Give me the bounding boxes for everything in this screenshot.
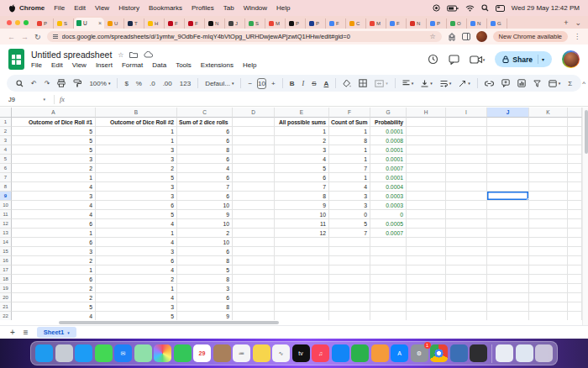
cell-E6[interactable]: 5 — [275, 164, 329, 173]
cell-B3[interactable]: 1 — [96, 136, 177, 145]
insert-chart-button[interactable] — [515, 76, 528, 90]
cell-F7[interactable]: 1 — [329, 173, 370, 182]
row-header-17[interactable]: 17 — [0, 265, 12, 275]
row-header-6[interactable]: 6 — [0, 164, 12, 173]
cell-B12[interactable]: 4 — [96, 219, 177, 229]
dock-icon-chrome[interactable] — [430, 344, 448, 362]
wifi-icon[interactable] — [465, 5, 475, 12]
cell-D17[interactable] — [233, 265, 275, 275]
cell-E7[interactable]: 6 — [275, 173, 329, 182]
bold-button[interactable]: B — [287, 76, 297, 90]
column-header-K[interactable]: K — [529, 108, 568, 118]
cell-filler13[interactable] — [568, 229, 582, 238]
cell-F4[interactable]: 1 — [329, 145, 370, 155]
cell-D1[interactable] — [233, 118, 275, 127]
cell-F9[interactable]: 3 — [329, 192, 370, 201]
vertical-align-button[interactable]: ▾ — [418, 76, 435, 90]
cell-K6[interactable] — [529, 164, 568, 173]
cell-I22[interactable] — [446, 312, 487, 320]
cell-A22[interactable]: 4 — [12, 312, 96, 320]
browser-tab[interactable]: T — [124, 18, 144, 29]
cell-C8[interactable]: 7 — [177, 182, 233, 192]
cell-H21[interactable] — [407, 302, 446, 312]
cell-D18[interactable] — [233, 275, 275, 284]
menu-item-chrome[interactable]: Chrome — [19, 4, 45, 12]
row-header-3[interactable]: 3 — [0, 136, 12, 145]
column-header-H[interactable]: H — [407, 108, 446, 118]
comments-icon[interactable] — [449, 55, 459, 65]
cell-filler3[interactable] — [568, 136, 582, 145]
dock-icon-minimized-window[interactable] — [516, 344, 533, 362]
cell-H7[interactable] — [407, 173, 446, 182]
cell-E2[interactable]: 1 — [275, 127, 329, 136]
cell-H11[interactable] — [407, 210, 446, 219]
cell-G17[interactable] — [370, 265, 407, 275]
fill-color-button[interactable] — [340, 76, 354, 90]
cell-K15[interactable] — [529, 247, 568, 256]
cell-C19[interactable]: 3 — [177, 284, 233, 293]
cell-K22[interactable] — [529, 312, 568, 320]
dock-icon-music[interactable]: ♫ — [312, 344, 329, 362]
close-tab-icon[interactable]: × — [98, 20, 102, 26]
cell-H15[interactable] — [407, 247, 446, 256]
cell-I12[interactable] — [446, 219, 487, 229]
cell-C4[interactable]: 8 — [177, 145, 233, 155]
cell-F19[interactable] — [329, 284, 370, 293]
dock-icon-documents-stack[interactable] — [496, 344, 513, 362]
close-window-button[interactable] — [7, 20, 12, 25]
name-box[interactable]: J9 ▾ — [5, 96, 49, 103]
dock-icon-finder[interactable] — [35, 344, 53, 362]
row-header-18[interactable]: 18 — [0, 275, 12, 284]
menu-item-history[interactable]: History — [118, 4, 139, 12]
increase-font-size-button[interactable]: + — [269, 76, 278, 90]
cell-E3[interactable]: 2 — [275, 136, 329, 145]
cell-G5[interactable]: 0.0001 — [370, 155, 407, 164]
cell-F10[interactable]: 3 — [329, 201, 370, 210]
cell-G14[interactable] — [370, 238, 407, 247]
cell-G9[interactable]: 0.0003 — [370, 192, 407, 201]
cell-B16[interactable]: 6 — [96, 256, 177, 265]
cell-G1[interactable]: Probability — [370, 118, 407, 127]
cell-filler10[interactable] — [568, 201, 582, 210]
italic-button[interactable]: I — [299, 76, 307, 90]
cell-D14[interactable] — [233, 238, 275, 247]
cell-A2[interactable]: 5 — [12, 127, 96, 136]
cell-B7[interactable]: 5 — [96, 173, 177, 182]
dock-icon-system-settings[interactable]: ⚙1 — [411, 344, 428, 362]
cell-F22[interactable] — [329, 312, 370, 320]
menu-item-edit[interactable]: Edit — [74, 4, 86, 12]
column-header-J[interactable]: J — [487, 108, 529, 118]
browser-tab[interactable]: P — [286, 18, 306, 29]
account-avatar[interactable] — [562, 50, 580, 68]
cell-E17[interactable] — [275, 265, 329, 275]
browser-tab[interactable]: M — [265, 18, 286, 29]
cell-F6[interactable]: 7 — [329, 164, 370, 173]
dock-icon-fitness[interactable]: ∿ — [272, 344, 290, 362]
browser-tab[interactable]: N — [467, 18, 487, 29]
cell-filler21[interactable] — [568, 302, 582, 312]
cell-C18[interactable]: 8 — [177, 275, 233, 284]
cell-J1[interactable] — [487, 118, 529, 127]
cell-filler6[interactable] — [568, 164, 582, 173]
row-header-16[interactable]: 16 — [0, 256, 12, 265]
column-header-B[interactable]: B — [96, 108, 177, 118]
cell-E1[interactable]: All possible sums — [275, 118, 329, 127]
row-header-13[interactable]: 13 — [0, 229, 12, 238]
browser-tab[interactable]: P — [306, 18, 326, 29]
browser-menu-icon[interactable]: ⋮ — [574, 33, 580, 40]
cell-filler19[interactable] — [568, 284, 582, 293]
cell-I9[interactable] — [446, 192, 487, 201]
cell-A19[interactable]: 2 — [12, 284, 96, 293]
cell-filler16[interactable] — [568, 256, 582, 265]
cell-H18[interactable] — [407, 275, 446, 284]
browser-tab[interactable]: M — [366, 18, 386, 29]
cell-G19[interactable] — [370, 284, 407, 293]
back-button[interactable]: ← — [8, 33, 15, 41]
browser-tab[interactable]: J — [225, 18, 245, 29]
row-header-22[interactable]: 22 — [0, 312, 12, 320]
cell-I16[interactable] — [446, 256, 487, 265]
cell-D3[interactable] — [233, 136, 275, 145]
cell-H10[interactable] — [407, 201, 446, 210]
sheets-menu-insert[interactable]: Insert — [96, 61, 113, 69]
cell-G2[interactable]: 0.0001 — [370, 127, 407, 136]
